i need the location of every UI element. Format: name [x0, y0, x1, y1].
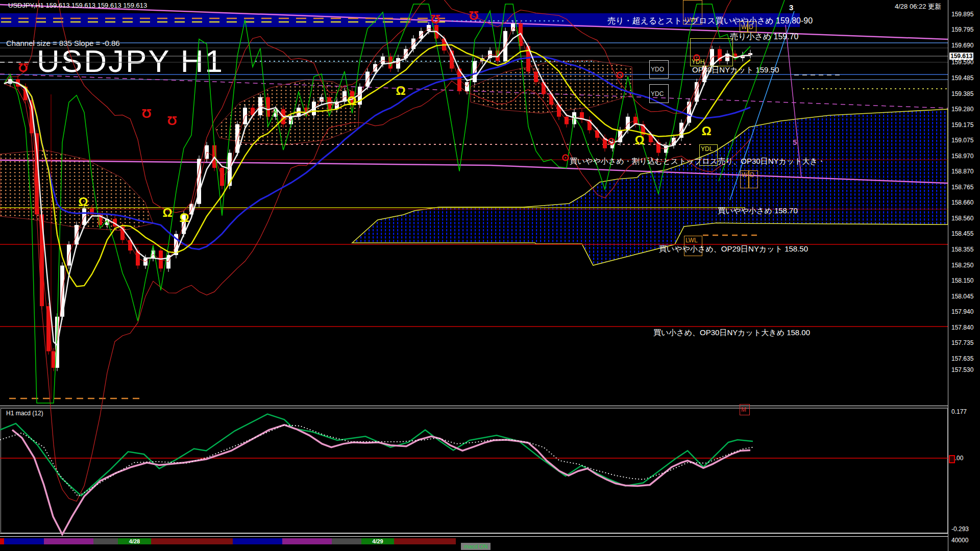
axis-price-label: 158.765 — [951, 184, 973, 191]
tag-box-label: W — [742, 171, 747, 179]
session-segment — [151, 538, 233, 544]
order-annotation: 買いやや小さめ・割り込むとストップロス売り、OP30日NYカット大き・ — [570, 157, 825, 166]
chart-title: USDJPY,H1 159.613 159.613 159.613 159.61… — [8, 2, 147, 9]
session-segment — [394, 538, 456, 544]
sell-omega-marker: Ω — [18, 61, 28, 74]
order-annotation: 買いやや小さめ 158.70 — [718, 206, 798, 216]
macd-zero-tag — [949, 455, 955, 463]
axis-price-label: -0.293 — [951, 525, 969, 533]
buy-omega-marker: Ω — [179, 211, 189, 224]
macd-indicator-label: H1 macd (12) — [6, 410, 43, 417]
session-segment — [456, 538, 948, 544]
axis-price-label: 40000 — [951, 537, 968, 544]
buy-omega-marker: Ω — [701, 124, 711, 138]
wave-count-number: 5 — [793, 138, 797, 146]
axis-price-label: 159.485 — [951, 74, 973, 82]
tag-box-label: D — [750, 171, 754, 179]
axis-price-label: 0.177 — [951, 408, 967, 415]
session-segment — [4, 538, 44, 544]
sell-omega-marker: Ω — [141, 107, 151, 120]
axis-price-label: 159.690 — [951, 42, 973, 49]
session-segment — [282, 538, 332, 544]
session-segment — [233, 538, 282, 544]
axis-price-label: 159.075 — [951, 137, 973, 144]
axis-price-label: 159.175 — [951, 121, 973, 129]
axis-price-label: 157.940 — [951, 308, 973, 315]
buy-omega-marker: Ω — [78, 195, 88, 209]
sell-omega-marker: Ω — [167, 114, 177, 128]
axis-price-label: 159.385 — [951, 90, 973, 97]
macd-curves — [0, 414, 753, 535]
trading-terminal: USDJPY H1 ΩΩΩΩΩΩΩΩΩΩΩΩ USDJPY,H1 159.613… — [0, 0, 980, 551]
axis-price-label: 159.280 — [951, 106, 973, 113]
current-price-tag: 159.613 — [949, 53, 973, 60]
level-tag-box: YDH — [690, 38, 733, 66]
session-date-label: 4/29 — [361, 538, 394, 544]
level-tag-box: D — [748, 170, 758, 188]
axis-price-label: 157.635 — [951, 355, 973, 362]
session-segment: 4/28 — [118, 538, 151, 544]
axis-price-label: 158.455 — [951, 230, 973, 237]
order-annotation: OP30日NYカット 159.50 — [692, 65, 779, 75]
session-segment — [332, 538, 361, 544]
axis-price-label: 158.660 — [951, 199, 973, 206]
session-segment — [44, 538, 93, 544]
tag-box-label: YDH — [692, 58, 704, 65]
axis-price-label: 157.735 — [951, 339, 973, 346]
channel-info-label: Channel size = 835 Slope = -0.86 — [6, 39, 120, 47]
axis-price-label: 159.795 — [951, 26, 973, 33]
session-segment — [0, 538, 4, 544]
axis-price-label: 158.150 — [951, 277, 973, 284]
price-axis[interactable]: 159.613 159.895159.795159.690159.590159.… — [948, 0, 980, 551]
level-tag-box: YDO — [649, 60, 669, 79]
tag-box-label: YDL — [701, 145, 713, 153]
order-annotation: 売り・超えるとストップロス買いやや小さめ 159.80-90 — [607, 16, 813, 27]
macd-toggle-button[interactable]: macd ON — [461, 543, 491, 550]
axis-price-label: 157.530 — [951, 366, 973, 373]
buy-omega-marker: Ω — [347, 94, 356, 108]
level-tag-box: YDC — [649, 84, 669, 103]
buy-omega-marker: Ω — [396, 84, 405, 97]
order-annotation: 売り小さめ 159.70 — [730, 32, 799, 42]
buy-omega-marker: Ω — [634, 133, 644, 147]
axis-price-label: 158.870 — [951, 168, 973, 175]
macd-main-green — [0, 414, 753, 496]
axis-price-label: 157.840 — [951, 324, 973, 331]
sell-omega-marker: Ω — [469, 9, 478, 22]
level-tag-box: M — [740, 404, 750, 415]
tag-box-label: LWL — [685, 237, 698, 244]
wave-count-number: 3 — [789, 3, 793, 12]
axis-price-label: 158.355 — [951, 246, 973, 253]
tag-box-label: YDC — [651, 90, 664, 97]
order-annotation: 買いやや小さめ、OP29日NYカット 158.50 — [659, 244, 808, 254]
order-annotation: 買い小さめ、OP30日NYカット大きめ 158.00 — [653, 328, 810, 338]
tag-box-label: YDO — [651, 66, 664, 73]
axis-price-label: 159.895 — [951, 11, 973, 18]
session-segment — [93, 538, 118, 544]
last-updated: 4/28 06:22 更新 — [895, 2, 941, 11]
axis-price-label: 159.590 — [951, 59, 973, 66]
session-segment: 4/29 — [361, 538, 394, 544]
buy-omega-marker: Ω — [162, 206, 172, 219]
chart-canvas: ΩΩΩΩΩΩΩΩΩΩΩΩ — [0, 0, 948, 551]
axis-price-label: 158.250 — [951, 262, 973, 269]
tag-box-label: M — [741, 406, 746, 413]
axis-price-label: 158.045 — [951, 293, 973, 300]
axis-price-label: 158.560 — [951, 215, 973, 222]
sell-omega-marker: Ω — [430, 12, 440, 26]
axis-price-label: 158.970 — [951, 153, 973, 160]
session-date-label: 4/28 — [118, 538, 151, 544]
